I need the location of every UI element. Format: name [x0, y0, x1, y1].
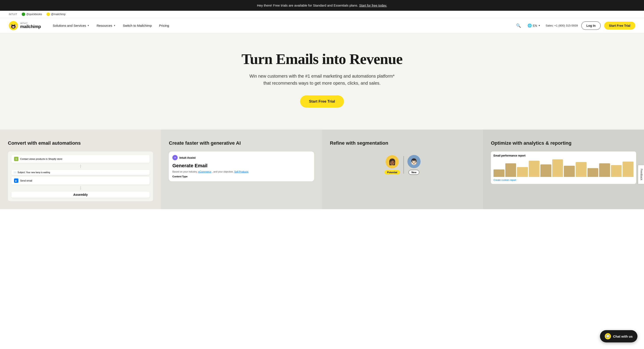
ai-assistant-name: Intuit Assist [180, 156, 196, 159]
feature-title-analytics: Optimize with analytics & reporting [491, 140, 636, 146]
svg-point-5 [14, 25, 15, 25]
chart-bar [540, 164, 551, 177]
email-icon: ✉️ [14, 171, 16, 174]
seg-person-potential: 👩🏾 Potential [384, 155, 400, 175]
brand-bar: INTUIT @quickbooks @mailchimp [0, 11, 644, 18]
announcement-bar: Hey there! Free trials are available for… [0, 0, 644, 11]
analytics-report-title: Email performance report [494, 154, 634, 157]
brand-mailchimp[interactable]: @mailchimp [46, 13, 66, 16]
email-subject-line: ✉️ Subject: Your new lamp is waiting [12, 170, 150, 175]
features-section: Convert with email automations S Contact… [0, 130, 644, 209]
brand-quickbooks[interactable]: @quickbooks [22, 13, 42, 16]
nav-solutions[interactable]: Solutions and Services ▼ [50, 22, 92, 29]
nav-trial-button[interactable]: Start Free Trial [604, 22, 635, 30]
shopify-icon: S [14, 157, 18, 161]
seg-badge-potential: Potential [384, 170, 400, 175]
hero-subtitle: Win new customers with the #1 email mark… [248, 73, 396, 87]
hero-section: Turn Emails into Revenue Win new custome… [0, 33, 644, 130]
announcement-link[interactable]: Start for free today. [359, 4, 387, 7]
logo-link[interactable]: INTUIT mailchimp [9, 21, 41, 30]
intuit-label: INTUIT [9, 13, 17, 16]
globe-icon: 🌐 [528, 24, 532, 28]
chart-bar [494, 169, 504, 177]
ai-modal-title: Generate Email [172, 163, 310, 169]
feature-card-analytics: Optimize with analytics & reporting Emai… [483, 130, 644, 209]
feature-card-ai: Create faster with generative AI ✦ Intui… [161, 130, 322, 209]
feedback-tab[interactable]: Feedback [638, 165, 644, 184]
chart-bar [576, 162, 586, 177]
seg-avatar-2: 👨🏻 [408, 155, 420, 168]
analytics-chart [494, 159, 634, 177]
ai-content-type-label: Content Type [172, 175, 310, 178]
search-button[interactable]: 🔍 [515, 22, 522, 29]
chevron-down-icon: ▼ [538, 24, 540, 27]
chimp-logo-icon [9, 21, 18, 30]
nav-right: 🔍 🌐 EN ▼ Sales: +1 (800) 315-5939 Log In… [515, 22, 635, 30]
login-button[interactable]: Log In [581, 22, 601, 30]
ai-avatar-icon: ✦ [172, 155, 178, 160]
feature-card-automation: Convert with email automations S Contact… [0, 130, 161, 209]
send-email-text: Send email [20, 179, 32, 182]
feature-card-segmentation: Refine with segmentation 👩🏾 Potential 👨🏻… [322, 130, 483, 209]
send-icon: ▶ [14, 178, 18, 183]
nav-pricing[interactable]: Pricing [156, 22, 172, 29]
svg-point-8 [15, 25, 17, 27]
chevron-down-icon: ▼ [87, 24, 89, 27]
language-button[interactable]: 🌐 EN ▼ [526, 22, 542, 29]
ai-description: Based on your industry, eCommerce , and … [172, 170, 310, 173]
seg-person-new: 👨🏻 New [408, 155, 420, 175]
sales-phone: Sales: +1 (800) 315-5939 [546, 24, 578, 27]
svg-point-7 [10, 25, 12, 27]
chart-bar [611, 165, 622, 177]
chart-bar [564, 166, 575, 177]
assembly-label: Assembly [12, 192, 150, 198]
hero-title: Turn Emails into Revenue [9, 51, 635, 67]
hero-trial-button[interactable]: Start Free Trial [300, 95, 344, 108]
ai-desc-text1: Based on your industry, [172, 170, 198, 173]
main-nav: INTUIT mailchimp Solutions and Services … [0, 18, 644, 33]
ai-objective-link[interactable]: Sell Products [234, 170, 248, 173]
chart-bar [529, 161, 540, 177]
seg-divider [404, 156, 404, 174]
logo-brand-text: mailchimp [20, 24, 41, 29]
mailchimp-label: @mailchimp [51, 13, 66, 16]
chart-bar [517, 167, 528, 177]
svg-point-6 [12, 26, 15, 28]
feature-title-segmentation: Refine with segmentation [330, 140, 475, 146]
quickbooks-icon [22, 13, 25, 16]
ai-header: ✦ Intuit Assist [172, 155, 310, 160]
automation-step-2: ▶ Send email [12, 177, 150, 185]
chart-bar [505, 163, 516, 177]
ai-ecommerce-link[interactable]: eCommerce [198, 170, 212, 173]
automation-step1-text: Contact views products in Shopify store [20, 158, 62, 160]
feature-title-automation: Convert with email automations [8, 140, 153, 146]
language-label: EN [533, 24, 537, 28]
nav-switch[interactable]: Switch to Mailchimp [120, 22, 155, 29]
quickbooks-label: @quickbooks [26, 13, 42, 16]
automation-illustration: S Contact views products in Shopify stor… [8, 151, 153, 201]
connector-line [80, 165, 81, 168]
nav-links: Solutions and Services ▼ Resources ▼ Swi… [50, 22, 514, 29]
chart-bar [552, 159, 563, 177]
chart-bar [588, 168, 598, 177]
mailchimp-icon [46, 13, 50, 16]
analytics-footer-link[interactable]: Create custom report [494, 179, 634, 181]
chevron-down-icon: ▼ [114, 24, 116, 27]
chart-bar [599, 163, 610, 177]
search-icon: 🔍 [516, 23, 521, 28]
subject-text: Subject: Your new lamp is waiting [18, 171, 50, 174]
chart-bar [622, 162, 634, 177]
analytics-illustration: Email performance report Create custom r… [491, 151, 636, 184]
ai-desc-text2: , and your objective, [212, 170, 234, 173]
seg-badge-new: New [408, 170, 419, 175]
svg-point-4 [12, 25, 12, 25]
automation-step-1: S Contact views products in Shopify stor… [12, 155, 150, 163]
connector-line-2 [80, 186, 81, 190]
nav-resources[interactable]: Resources ▼ [94, 22, 119, 29]
announcement-text: Hey there! Free trials are available for… [257, 4, 358, 7]
ai-illustration: ✦ Intuit Assist Generate Email Based on … [169, 151, 314, 181]
segmentation-illustration: 👩🏾 Potential 👨🏻 New [330, 151, 475, 178]
seg-avatar-1: 👩🏾 [386, 155, 399, 168]
feature-title-ai: Create faster with generative AI [169, 140, 314, 146]
